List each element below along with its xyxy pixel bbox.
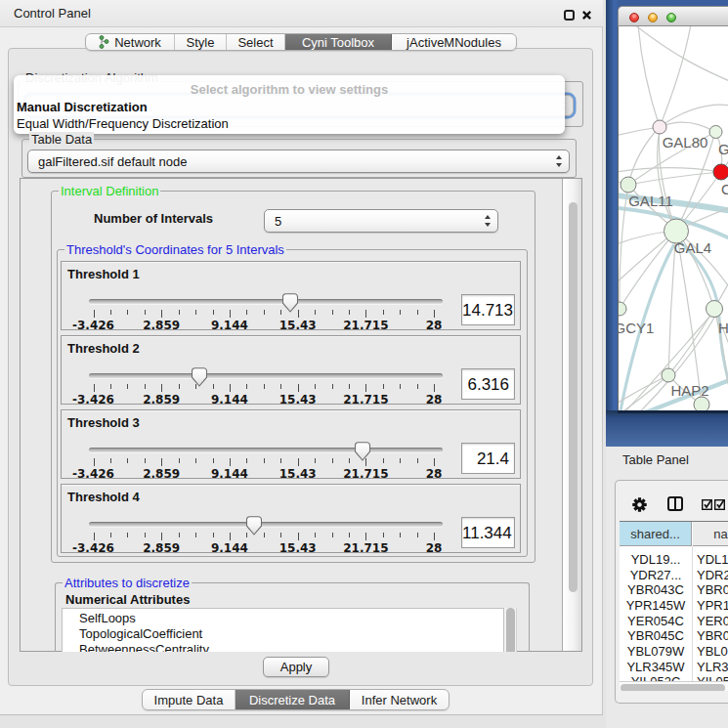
table-cell-shared-name[interactable]: YBR043C: [620, 582, 692, 597]
threshold-value-field[interactable]: 14.713: [461, 294, 515, 325]
table-cell-shared-name[interactable]: YDL19...: [620, 552, 692, 567]
slider-track[interactable]: [89, 373, 443, 378]
number-of-intervals-label: Number of Intervals: [94, 211, 213, 226]
network-node[interactable]: [662, 368, 675, 382]
tab-impute-data[interactable]: Impute Data: [143, 690, 236, 709]
slider-tick: [127, 533, 128, 537]
network-node[interactable]: [653, 120, 666, 134]
attribute-item[interactable]: SelfLoops: [79, 611, 136, 625]
table-cell-shared-name[interactable]: YER054C: [620, 614, 692, 628]
network-edge[interactable]: [628, 127, 660, 185]
network-edge[interactable]: [628, 172, 721, 185]
zoom-traffic-light[interactable]: [666, 13, 676, 22]
slider-track[interactable]: [89, 299, 443, 304]
table-panel-card: shared... name YDL19...YDL194WYDR27...YD…: [615, 480, 728, 704]
table-cell-name[interactable]: YER054C: [697, 614, 728, 628]
tab-style[interactable]: Style: [175, 34, 227, 50]
threshold-value-field[interactable]: 6.316: [461, 368, 515, 400]
tab-infer-network[interactable]: Infer Network: [350, 690, 449, 709]
network-edge[interactable]: [660, 122, 715, 132]
table-horizontal-scrollbar-thumb[interactable]: [621, 684, 725, 691]
popup-item-equal-width[interactable]: Equal Width/Frequency Discretization: [17, 116, 229, 131]
table-cell-name[interactable]: YPR145W: [697, 598, 728, 613]
popup-hint-item[interactable]: Select algorithm to view settings: [14, 82, 565, 97]
attribute-item[interactable]: TopologicalCoefficient: [79, 626, 202, 641]
threshold-value-field[interactable]: 21.4: [461, 443, 515, 474]
network-icon: [99, 35, 109, 49]
network-node[interactable]: [713, 164, 728, 180]
slider-tick: [280, 533, 281, 537]
column-header-name[interactable]: name: [693, 522, 728, 546]
table-cell-name[interactable]: YBR045C: [697, 628, 728, 643]
close-traffic-light[interactable]: [629, 13, 639, 22]
number-of-intervals-combobox[interactable]: 5: [264, 209, 498, 233]
gear-icon[interactable]: [631, 496, 648, 513]
slider-thumb[interactable]: [355, 442, 371, 461]
slider-track[interactable]: [89, 522, 443, 527]
table-cell-name[interactable]: YBR043C: [697, 582, 728, 597]
slider-tick: [161, 533, 162, 540]
slider-thumb[interactable]: [245, 516, 262, 535]
slider-tick-label: 28: [426, 319, 443, 332]
settings-scrollbar-thumb[interactable]: [569, 202, 578, 592]
slider-tick-label: 15.43: [279, 393, 317, 407]
network-node[interactable]: [621, 177, 636, 193]
threshold-value-field[interactable]: 11.344: [461, 517, 515, 548]
attribute-item[interactable]: BetweennessCentrality: [79, 642, 209, 652]
close-icon[interactable]: [581, 10, 592, 21]
slider-track[interactable]: [89, 448, 443, 452]
settings-scrollbar[interactable]: [562, 179, 581, 651]
table-cell-name[interactable]: YDL194W: [697, 552, 728, 567]
table-cell-name[interactable]: YDR277C: [697, 568, 728, 582]
network-edge[interactable]: [676, 231, 702, 405]
slider-tick: [383, 310, 384, 315]
tab-label: jActiveMNodules: [407, 35, 501, 50]
attributes-group-label: Attributes to discretize: [63, 576, 192, 590]
slider-tick: [332, 384, 333, 389]
tab-label: Style: [187, 35, 215, 50]
tab-select[interactable]: Select: [227, 34, 285, 50]
slider-tick: [264, 310, 265, 315]
tab-discretize-data[interactable]: Discretize Data: [236, 690, 350, 709]
apply-button[interactable]: Apply: [263, 657, 329, 677]
table-cell-shared-name[interactable]: YDR27...: [620, 568, 692, 582]
slider-thumb[interactable]: [191, 367, 207, 387]
table-cell-name[interactable]: YLR345W: [697, 660, 728, 674]
slider-tick: [246, 310, 247, 315]
network-edge[interactable]: [620, 231, 676, 309]
network-node[interactable]: [709, 126, 722, 139]
network-edge[interactable]: [634, 26, 728, 82]
select-columns-icon[interactable]: [702, 499, 726, 510]
minimize-traffic-light[interactable]: [648, 13, 658, 22]
network-edge[interactable]: [620, 185, 628, 309]
network-node[interactable]: [694, 397, 709, 410]
attributes-list-scrollbar-thumb[interactable]: [506, 608, 515, 652]
tab-cyni-toolbox[interactable]: Cyni Toolbox: [285, 34, 392, 50]
network-node[interactable]: [707, 301, 723, 318]
control-panel-title: Control Panel: [14, 6, 91, 21]
tab-jactivemnodules[interactable]: jActiveMNodules: [392, 34, 516, 50]
table-horizontal-scrollbar[interactable]: [620, 681, 728, 691]
popup-item-manual-discretization[interactable]: Manual Discretization: [17, 100, 148, 114]
network-canvas[interactable]: GAL80GACGAL11GAL4GCY1HHAP2: [618, 26, 728, 410]
table-cell-shared-name[interactable]: YBL079W: [620, 644, 692, 659]
split-columns-icon[interactable]: [667, 496, 683, 511]
slider-tick: [315, 533, 316, 537]
threshold-label: Threshold 2: [67, 341, 140, 356]
numerical-attributes-list[interactable]: SelfLoopsTopologicalCoefficientBetweenne…: [62, 608, 504, 652]
slider-tick: [349, 458, 350, 463]
tab-network[interactable]: Network: [86, 34, 175, 50]
attributes-list-scrollbar[interactable]: [504, 608, 517, 652]
table-cell-shared-name[interactable]: YLR345W: [620, 660, 692, 674]
slider-thumb[interactable]: [282, 293, 299, 313]
network-node[interactable]: [619, 302, 626, 316]
table-cell-shared-name[interactable]: YPR145W: [620, 598, 692, 613]
table-data-combobox[interactable]: galFiltered.sif default node: [27, 150, 570, 173]
table-cell-shared-name[interactable]: YBR045C: [620, 628, 692, 643]
table-data-combobox-value: galFiltered.sif default node: [38, 154, 187, 169]
slider-tick-label: 21.715: [343, 541, 388, 555]
column-header-shared-name[interactable]: shared...: [620, 522, 692, 546]
float-window-icon[interactable]: [564, 10, 575, 21]
table-cell-name[interactable]: YBL079W: [697, 644, 728, 659]
slider-tick: [400, 533, 401, 537]
